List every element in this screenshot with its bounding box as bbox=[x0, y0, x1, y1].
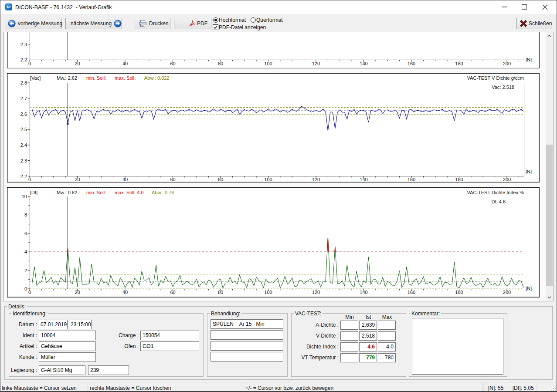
svg-text:140: 140 bbox=[360, 177, 367, 182]
svg-text:8: 8 bbox=[24, 212, 27, 217]
svg-text:200: 200 bbox=[503, 290, 511, 295]
svg-text:[N]: [N] bbox=[526, 286, 532, 291]
svg-text:2.8: 2.8 bbox=[20, 80, 27, 85]
svg-text:160: 160 bbox=[408, 177, 415, 182]
svg-text:180: 180 bbox=[455, 290, 463, 295]
svg-text:2.3: 2.3 bbox=[20, 42, 27, 47]
svg-text:160: 160 bbox=[408, 290, 415, 295]
svg-text:Abw.: 0.76: Abw.: 0.76 bbox=[152, 190, 174, 195]
svg-text:2.3: 2.3 bbox=[20, 158, 27, 163]
svg-text:2.2: 2.2 bbox=[20, 174, 27, 179]
svg-text:20: 20 bbox=[75, 177, 80, 182]
svg-text:4: 4 bbox=[24, 249, 27, 254]
svg-text:Mw.: 2.62: Mw.: 2.62 bbox=[57, 75, 77, 81]
svg-text:40: 40 bbox=[122, 177, 128, 182]
svg-text:Vac: 2.518: Vac: 2.518 bbox=[492, 84, 514, 90]
svg-text:VAC-TEST V Dichte g/ccm: VAC-TEST V Dichte g/ccm bbox=[467, 75, 524, 81]
svg-text:120: 120 bbox=[312, 61, 320, 66]
svg-text:max. Soll: 4.0: max. Soll: 4.0 bbox=[115, 190, 144, 195]
svg-text:[DI]: [DI] bbox=[30, 190, 37, 195]
svg-text:80: 80 bbox=[218, 290, 223, 295]
svg-text:160: 160 bbox=[408, 61, 415, 66]
svg-text:140: 140 bbox=[360, 61, 367, 66]
svg-text:180: 180 bbox=[455, 177, 463, 182]
svg-text:2.2: 2.2 bbox=[20, 57, 27, 62]
svg-text:120: 120 bbox=[312, 177, 320, 182]
svg-text:100: 100 bbox=[264, 177, 272, 182]
svg-text:2: 2 bbox=[24, 268, 27, 273]
svg-text:[N]: [N] bbox=[526, 57, 532, 62]
svg-text:[Vac]: [Vac] bbox=[30, 75, 41, 81]
svg-text:100: 100 bbox=[264, 61, 272, 66]
svg-text:120: 120 bbox=[312, 290, 320, 295]
svg-text:VAC-TEST Dichte Index %: VAC-TEST Dichte Index % bbox=[467, 190, 524, 195]
svg-text:60: 60 bbox=[170, 290, 175, 295]
svg-text:80: 80 bbox=[218, 177, 223, 182]
svg-text:2.6: 2.6 bbox=[20, 112, 27, 117]
svg-text:0: 0 bbox=[24, 286, 27, 291]
svg-text:40: 40 bbox=[122, 61, 128, 66]
svg-text:2.7: 2.7 bbox=[20, 96, 27, 101]
svg-text:Mw.: 0.82: Mw.: 0.82 bbox=[57, 190, 77, 195]
svg-text:min. Soll:: min. Soll: bbox=[86, 190, 106, 195]
svg-text:[N]: [N] bbox=[526, 169, 532, 174]
svg-text:2.5: 2.5 bbox=[20, 127, 27, 132]
svg-text:0: 0 bbox=[28, 177, 31, 182]
svg-text:140: 140 bbox=[360, 290, 367, 295]
svg-text:80: 80 bbox=[218, 61, 223, 66]
svg-text:180: 180 bbox=[455, 61, 463, 66]
svg-text:max. Soll:: max. Soll: bbox=[115, 75, 136, 81]
svg-text:20: 20 bbox=[75, 290, 80, 295]
svg-text:DI: 4.6: DI: 4.6 bbox=[492, 199, 506, 204]
svg-text:10: 10 bbox=[22, 194, 27, 199]
svg-text:40: 40 bbox=[122, 290, 128, 295]
svg-text:20: 20 bbox=[75, 61, 80, 66]
svg-text:min. Soll:: min. Soll: bbox=[86, 75, 106, 81]
svg-text:100: 100 bbox=[264, 290, 272, 295]
svg-text:2.4: 2.4 bbox=[20, 142, 27, 148]
svg-text:200: 200 bbox=[503, 177, 511, 182]
svg-text:Abw.: 0.022: Abw.: 0.022 bbox=[144, 75, 170, 81]
svg-text:200: 200 bbox=[503, 61, 511, 66]
svg-text:0: 0 bbox=[28, 290, 31, 295]
svg-text:60: 60 bbox=[170, 61, 175, 66]
svg-text:0: 0 bbox=[28, 61, 31, 66]
svg-text:60: 60 bbox=[170, 177, 175, 182]
svg-text:6: 6 bbox=[24, 231, 27, 236]
